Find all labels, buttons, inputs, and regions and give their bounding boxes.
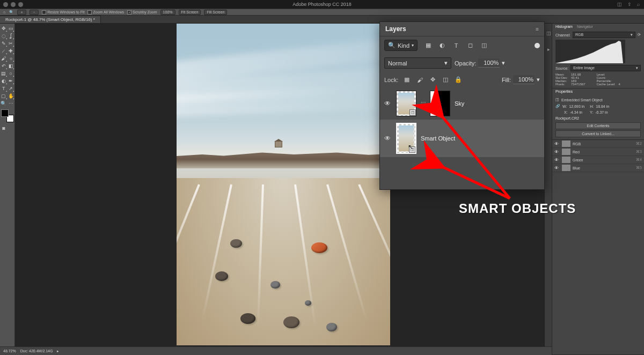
- history-brush-tool-icon[interactable]: ↶: [0, 62, 8, 70]
- channel-row[interactable]: 👁Red⌘3: [552, 148, 644, 156]
- scrubby-zoom-checkbox[interactable]: ✓Scrubby Zoom: [127, 10, 157, 14]
- histogram-tab[interactable]: Histogram: [555, 25, 573, 28]
- opacity-field[interactable]: 100%: [478, 58, 500, 68]
- healing-tool-icon[interactable]: ✚: [8, 47, 15, 55]
- edit-toolbar-icon[interactable]: ⋯: [8, 100, 15, 107]
- status-zoom[interactable]: 48.72%: [3, 349, 16, 353]
- layers-panel-menu-icon[interactable]: ≡: [536, 26, 539, 32]
- type-tool-icon[interactable]: T: [0, 85, 8, 92]
- document-canvas[interactable]: [177, 24, 390, 345]
- status-doc-info[interactable]: Doc: 420.4M/2.14G: [20, 349, 53, 353]
- filter-smart-icon[interactable]: ◫: [480, 41, 488, 50]
- layer-thumbnail[interactable]: ◫: [396, 91, 416, 116]
- collapsed-panel-strip[interactable]: ◫ ▸: [544, 24, 552, 346]
- channel-visibility-icon[interactable]: 👁: [554, 142, 560, 146]
- eyedropper-tool-icon[interactable]: ⟋: [0, 47, 8, 55]
- channel-shortcut: ⌘3: [636, 150, 642, 154]
- path-tool-icon[interactable]: ↗: [8, 85, 15, 92]
- fit-screen-button[interactable]: Fit Screen: [179, 10, 201, 15]
- blur-tool-icon[interactable]: ○: [8, 70, 15, 77]
- status-bar: 48.72% Doc: 420.4M/2.14G ▸: [0, 346, 552, 355]
- quick-select-tool-icon[interactable]: ✎: [0, 40, 8, 47]
- layer-mask-thumbnail[interactable]: [430, 91, 450, 116]
- color-swatches[interactable]: [1, 109, 14, 122]
- resize-windows-checkbox[interactable]: Resize Windows to Fit: [42, 10, 84, 14]
- mask-link-icon[interactable]: ⬚: [421, 101, 426, 107]
- cloud-sync-icon[interactable]: ◫: [617, 2, 622, 7]
- history-panel-icon[interactable]: ◫: [545, 27, 552, 40]
- channel-shortcut: ⌘4: [636, 158, 642, 162]
- convert-linked-button[interactable]: Convert to Linked...: [555, 130, 641, 137]
- channel-row[interactable]: 👁RGB⌘2: [552, 140, 644, 148]
- lock-position-icon[interactable]: ✥: [428, 76, 437, 84]
- layer-thumbnail[interactable]: ◫ ↖: [396, 123, 416, 154]
- minimize-window-icon[interactable]: [11, 2, 16, 7]
- smart-object-type-icon: ◫: [555, 98, 559, 102]
- actions-panel-icon[interactable]: ▸: [545, 43, 552, 56]
- hand-tool-icon[interactable]: ✋: [8, 92, 15, 100]
- navigator-tab[interactable]: Navigator: [577, 25, 593, 28]
- filter-pixel-icon[interactable]: ▦: [424, 41, 433, 50]
- fill-dropdown-icon[interactable]: ▾: [537, 76, 540, 83]
- channel-thumbnail: [562, 140, 570, 147]
- channel-visibility-icon[interactable]: 👁: [554, 150, 560, 154]
- quickmask-icon[interactable]: ◙: [0, 124, 8, 132]
- layer-row[interactable]: 👁 ◫ ⬚ Sky: [380, 87, 544, 120]
- channel-row[interactable]: 👁Blue⌘5: [552, 164, 644, 172]
- channel-name: Red: [573, 150, 634, 154]
- lock-image-icon[interactable]: 🖌: [415, 76, 424, 84]
- histogram-channel-select[interactable]: RGB▾: [573, 32, 635, 38]
- filter-toggle-switch[interactable]: [535, 43, 540, 48]
- brush-tool-icon[interactable]: 🖌: [0, 55, 8, 62]
- opacity-dropdown-icon[interactable]: ▾: [502, 60, 505, 66]
- lasso-tool-icon[interactable]: ʆ: [8, 32, 15, 40]
- fill-screen-button[interactable]: Fill Screen: [204, 10, 227, 15]
- close-window-icon[interactable]: [3, 2, 8, 7]
- share-icon[interactable]: ⇪: [627, 2, 632, 7]
- artboard-tool-icon[interactable]: ▭: [8, 25, 15, 32]
- search-icon[interactable]: ⌕: [637, 2, 640, 7]
- zoom-window-icon[interactable]: [18, 2, 23, 7]
- zoom-in-button[interactable]: ＋: [17, 10, 26, 15]
- shape-tool-icon[interactable]: ▢: [0, 92, 8, 100]
- channel-visibility-icon[interactable]: 👁: [554, 158, 560, 162]
- filter-adjustment-icon[interactable]: ◐: [438, 41, 447, 50]
- fill-field[interactable]: 100%: [513, 75, 535, 84]
- properties-tab[interactable]: Properties: [555, 90, 573, 93]
- visibility-toggle-icon[interactable]: 👁: [384, 135, 392, 142]
- crop-tool-icon[interactable]: ✂: [8, 40, 15, 47]
- filter-type-icon[interactable]: T: [452, 41, 460, 50]
- refresh-icon[interactable]: ⟳: [638, 33, 641, 37]
- zoom-value-field[interactable]: 100%: [160, 10, 175, 15]
- dodge-tool-icon[interactable]: ◐: [0, 77, 8, 85]
- channel-row[interactable]: 👁Green⌘4: [552, 156, 644, 164]
- layers-panel[interactable]: Layers ≡ 🔍Kind▾ ▦ ◐ T ◻ ◫ Normal▾ Opacit…: [379, 21, 545, 190]
- gradient-tool-icon[interactable]: ▤: [0, 70, 8, 77]
- edit-contents-button[interactable]: Edit Contents: [555, 122, 641, 129]
- lock-transparency-icon[interactable]: ▦: [402, 76, 411, 84]
- lock-all-icon[interactable]: 🔒: [454, 76, 463, 84]
- home-icon[interactable]: ⌂: [3, 10, 5, 14]
- layer-name-label[interactable]: Smart Object: [421, 135, 455, 142]
- visibility-toggle-icon[interactable]: 👁: [384, 100, 392, 107]
- eraser-tool-icon[interactable]: ◧: [8, 62, 15, 70]
- document-tab-bar: Rockport-1 @ 48.7% (Smart Object, RGB/16…: [0, 16, 644, 24]
- document-tab[interactable]: Rockport-1 @ 48.7% (Smart Object, RGB/16…: [0, 16, 101, 23]
- channel-visibility-icon[interactable]: 👁: [554, 166, 560, 171]
- pen-tool-icon[interactable]: ✒: [8, 77, 15, 85]
- layer-name-label[interactable]: Sky: [455, 100, 464, 107]
- layer-filter-kind-select[interactable]: 🔍Kind▾: [384, 40, 418, 51]
- zoom-out-button[interactable]: －: [30, 10, 39, 15]
- marquee-tool-icon[interactable]: ◌: [0, 32, 8, 40]
- app-title: Adobe Photoshop CC 2018: [292, 2, 352, 7]
- move-tool-icon[interactable]: ✥: [0, 25, 8, 32]
- lock-artboard-icon[interactable]: ◫: [441, 76, 450, 84]
- layer-row[interactable]: 👁 ◫ ↖ Smart Object: [380, 120, 544, 157]
- histogram-source-select[interactable]: Entire Image▾: [570, 65, 641, 71]
- link-icon[interactable]: 🔗: [555, 104, 560, 108]
- zoom-all-checkbox[interactable]: Zoom All Windows: [87, 10, 124, 14]
- blend-mode-select[interactable]: Normal▾: [384, 57, 451, 69]
- zoom-tool-icon[interactable]: 🔍: [0, 100, 8, 107]
- filter-shape-icon[interactable]: ◻: [466, 41, 474, 50]
- stamp-tool-icon[interactable]: ⟐: [8, 55, 15, 62]
